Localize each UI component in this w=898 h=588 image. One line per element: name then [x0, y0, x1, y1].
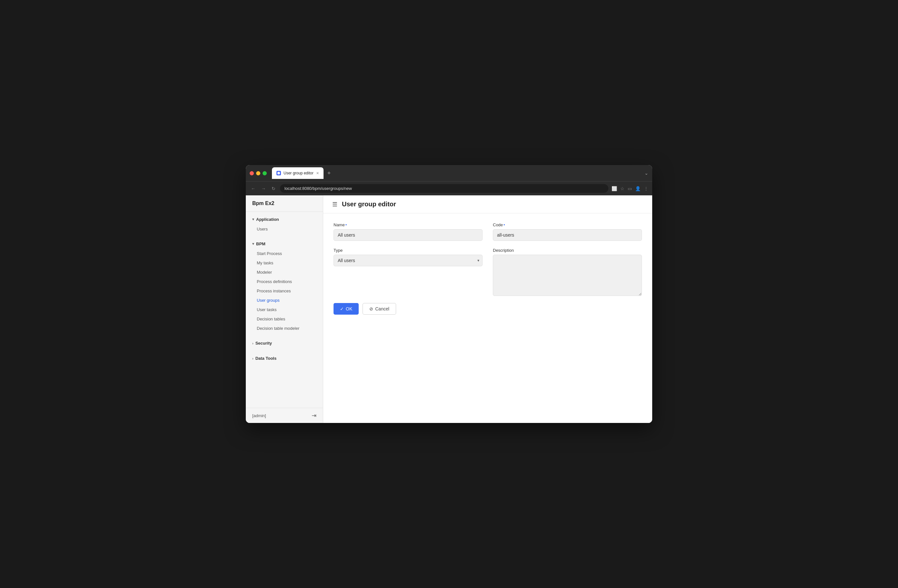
sidebar-section-label-bpm: BPM — [256, 241, 266, 246]
close-button[interactable] — [250, 171, 254, 175]
sidebar-item-my-tasks[interactable]: My tasks — [246, 258, 323, 267]
sidebar-item-process-definitions[interactable]: Process definitions — [246, 277, 323, 286]
type-label: Type — [334, 248, 483, 253]
sidebar-section-label-application: Application — [256, 217, 279, 222]
active-tab[interactable]: User group editor ✕ — [272, 167, 323, 179]
app-content: Bpm Ex2 ▾ Application Users ▾ BPM Start … — [246, 195, 652, 423]
sidebar-section-header-security[interactable]: › Security — [246, 338, 323, 348]
svg-point-0 — [277, 172, 280, 174]
sidebar-section-label-security: Security — [255, 341, 272, 345]
sidebar-section-header-data-tools[interactable]: › Data Tools — [246, 353, 323, 363]
hamburger-menu-icon[interactable]: ☰ — [332, 201, 337, 208]
tab-bar: User group editor ✕ + — [272, 167, 642, 179]
minimize-button[interactable] — [256, 171, 260, 175]
sidebar-item-users[interactable]: Users — [246, 224, 323, 234]
sidebar-toggle-icon[interactable]: ▭ — [628, 186, 632, 191]
type-select-wrapper: All users Custom ▾ — [334, 255, 483, 266]
sidebar-section-data-tools: › Data Tools — [246, 351, 323, 366]
cancel-icon: ⊘ — [369, 306, 373, 312]
code-label: Code• — [493, 223, 642, 227]
name-label: Name• — [334, 223, 483, 227]
address-bar: ← → ↻ ⬜ ☆ ▭ 👤 ⋮ — [246, 181, 652, 195]
chevron-down-icon: ▾ — [252, 217, 254, 221]
chevron-down-icon-bpm: ▾ — [252, 242, 254, 246]
type-select[interactable]: All users Custom — [334, 255, 483, 266]
logout-button[interactable]: ⇥ — [312, 412, 317, 419]
name-input[interactable] — [334, 229, 483, 241]
maximize-button[interactable] — [263, 171, 267, 175]
sidebar-footer: [admin] ⇥ — [246, 408, 323, 423]
browser-actions: ⬜ ☆ ▭ 👤 ⋮ — [612, 186, 648, 191]
sidebar-section-header-application[interactable]: ▾ Application — [246, 214, 323, 224]
tab-title: User group editor — [283, 171, 314, 175]
traffic-lights — [250, 171, 267, 175]
sidebar-item-user-groups[interactable]: User groups — [246, 296, 323, 305]
sidebar-item-user-tasks[interactable]: User tasks — [246, 305, 323, 314]
sidebar: Bpm Ex2 ▾ Application Users ▾ BPM Start … — [246, 195, 323, 423]
form-group-code: Code• — [493, 223, 642, 241]
code-input[interactable] — [493, 229, 642, 241]
form-row-name-code: Name• Code• — [334, 223, 642, 241]
new-tab-button[interactable]: + — [325, 169, 334, 178]
name-required-dot: • — [346, 223, 347, 227]
bookmark-icon[interactable]: ☆ — [620, 186, 624, 191]
sidebar-item-process-instances[interactable]: Process instances — [246, 286, 323, 296]
sidebar-section-label-data-tools: Data Tools — [255, 356, 277, 361]
address-input[interactable] — [280, 184, 608, 193]
code-required-dot: • — [503, 223, 505, 227]
cancel-button[interactable]: ⊘ Cancel — [363, 303, 396, 315]
sidebar-section-application: ▾ Application Users — [246, 212, 323, 236]
profile-icon[interactable]: 👤 — [635, 186, 641, 191]
form-group-description: Description — [493, 248, 642, 296]
menu-icon[interactable]: ⋮ — [644, 186, 648, 191]
forward-button[interactable]: → — [260, 185, 267, 192]
sidebar-logo: Bpm Ex2 — [246, 195, 323, 212]
reload-button[interactable]: ↻ — [270, 185, 277, 192]
browser-window: User group editor ✕ + ⌄ ← → ↻ ⬜ ☆ ▭ 👤 ⋮ … — [246, 165, 652, 423]
sidebar-item-decision-tables[interactable]: Decision tables — [246, 314, 323, 324]
form-area: Name• Code• Type — [323, 213, 652, 324]
chevron-right-icon-security: › — [252, 341, 254, 345]
sidebar-section-security: › Security — [246, 336, 323, 351]
form-actions: ✓ OK ⊘ Cancel — [334, 303, 642, 315]
sidebar-item-modeler[interactable]: Modeler — [246, 267, 323, 277]
sidebar-section-bpm: ▾ BPM Start Process My tasks Modeler Pro… — [246, 236, 323, 336]
page-title: User group editor — [342, 201, 396, 208]
main-content: ☰ User group editor Name• Code• — [323, 195, 652, 423]
sidebar-section-header-bpm[interactable]: ▾ BPM — [246, 239, 323, 249]
ok-button[interactable]: ✓ OK — [334, 303, 359, 315]
title-bar: User group editor ✕ + ⌄ — [246, 165, 652, 181]
back-button[interactable]: ← — [250, 185, 257, 192]
window-chevron[interactable]: ⌄ — [644, 170, 648, 176]
form-row-type-description: Type All users Custom ▾ Description — [334, 248, 642, 296]
description-label: Description — [493, 248, 642, 253]
form-group-type: Type All users Custom ▾ — [334, 248, 483, 296]
description-textarea[interactable] — [493, 255, 642, 296]
cast-icon[interactable]: ⬜ — [612, 186, 617, 191]
checkmark-icon: ✓ — [340, 306, 344, 312]
sidebar-item-decision-table-modeler[interactable]: Decision table modeler — [246, 324, 323, 333]
tab-favicon — [277, 171, 281, 175]
form-group-name: Name• — [334, 223, 483, 241]
sidebar-item-start-process[interactable]: Start Process — [246, 249, 323, 258]
current-user: [admin] — [252, 413, 266, 418]
main-header: ☰ User group editor — [323, 195, 652, 213]
tab-close-button[interactable]: ✕ — [316, 171, 319, 175]
chevron-right-icon-data-tools: › — [252, 356, 254, 361]
